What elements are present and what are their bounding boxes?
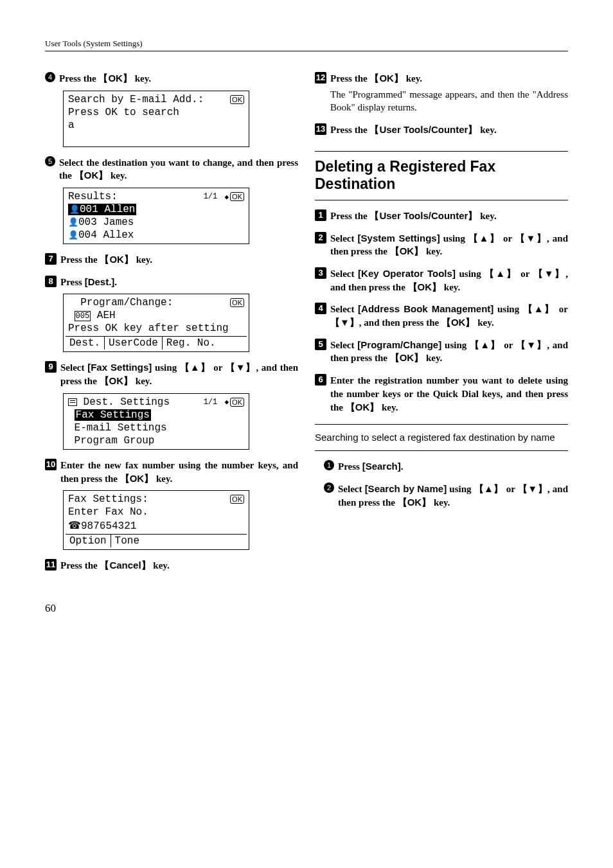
phone-icon: ☎ — [68, 519, 81, 531]
step-12-desc: The "Programmed" message appears, and th… — [330, 88, 568, 114]
step-4-marker: 4 — [45, 72, 55, 82]
lcd-fax-settings: Fax Settings:OK Enter Fax No. ☎987654321… — [63, 490, 249, 550]
step-5-marker: 5 — [45, 156, 55, 166]
del-step-2-text: Select [System Settings] using 【▲】 or 【▼… — [330, 232, 568, 258]
del-step-4-text: Select [Address Book Management] using 【… — [330, 303, 568, 329]
del-step-1-marker: 1 — [315, 209, 326, 221]
sub-step-2-text: Select [Search by Name] using 【▲】 or 【▼】… — [338, 483, 568, 509]
ok-indicator-icon: OK — [230, 495, 244, 504]
step-7-text: Press the 【OK】 key. — [60, 253, 152, 267]
sub-step-1-marker: 1 — [324, 460, 334, 470]
updown-icon: ◆ — [224, 398, 229, 406]
lcd-results: Results:1/1 ◆OK 001 Allen 003 James 004 … — [63, 188, 249, 244]
section-title-deleting: Deleting a Registered Fax Destination — [315, 151, 568, 200]
step-10-marker: 10 — [45, 459, 57, 470]
del-step-6-text: Enter the registration number you want t… — [330, 374, 568, 414]
step-9-marker: 9 — [45, 361, 57, 373]
step-12-marker: 12 — [315, 72, 326, 84]
person-icon — [68, 229, 78, 241]
page-header: User Tools (System Settings) — [45, 39, 568, 51]
person-icon — [68, 217, 78, 228]
step-9-text: Select [Fax Settings] using 【▲】 or 【▼】, … — [60, 361, 298, 387]
ok-indicator-icon: OK — [230, 298, 244, 307]
step-13-text: Press the 【User Tools/Counter】 key. — [330, 123, 497, 137]
del-step-6-marker: 6 — [315, 374, 326, 385]
person-icon — [69, 204, 80, 215]
del-step-2-marker: 2 — [315, 232, 326, 244]
step-10-text: Enter the new fax number using the numbe… — [60, 459, 298, 485]
list-icon — [68, 398, 77, 406]
del-step-5-text: Select [Program/Change] using 【▲】 or 【▼】… — [330, 339, 568, 365]
step-12-text: Press the 【OK】 key. — [330, 72, 422, 85]
step-8-text: Press [Dest.]. — [60, 276, 117, 289]
step-11-marker: 11 — [45, 559, 57, 571]
step-13-marker: 13 — [315, 123, 326, 135]
del-step-3-marker: 3 — [315, 267, 326, 279]
note-searching: Searching to select a registered fax des… — [315, 424, 568, 451]
page-number: 60 — [45, 602, 568, 615]
del-step-1-text: Press the 【User Tools/Counter】 key. — [330, 209, 497, 223]
del-step-4-marker: 4 — [315, 303, 326, 314]
ok-indicator-icon: OK — [230, 95, 244, 104]
lcd-search-email: Search by E-mail Add.:OK Press OK to sea… — [63, 91, 249, 147]
step-5-text: Select the destination you want to chang… — [59, 156, 298, 182]
del-step-5-marker: 5 — [315, 339, 326, 350]
updown-icon: ◆ — [224, 193, 229, 201]
step-7-marker: 7 — [45, 253, 57, 265]
sub-step-2-marker: 2 — [324, 483, 334, 493]
step-8-marker: 8 — [45, 276, 57, 287]
sub-step-1-text: Press [Search]. — [338, 460, 403, 474]
lcd-program-change: Program/Change:OK 005 AEH Press OK key a… — [63, 294, 249, 352]
step-11-text: Press the 【Cancel】 key. — [60, 559, 170, 572]
lcd-dest-settings: Dest. Settings1/1 ◆OK Fax Settings E-mai… — [63, 393, 249, 450]
del-step-3-text: Select [Key Operator Tools] using 【▲】 or… — [330, 267, 568, 294]
step-4-text: Press the 【OK】 key. — [59, 72, 151, 85]
